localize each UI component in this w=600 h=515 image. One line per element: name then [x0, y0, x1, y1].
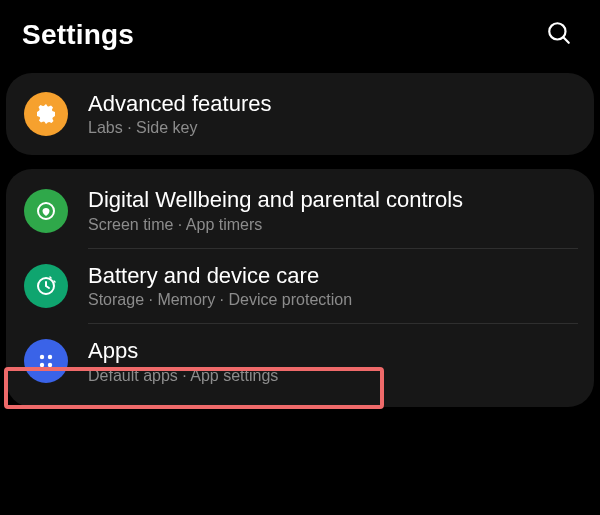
settings-header: Settings — [0, 0, 600, 67]
item-text: Advanced features Labs · Side key — [88, 91, 271, 137]
svg-point-6 — [40, 363, 44, 367]
item-subtitle: Screen time · App timers — [88, 216, 463, 234]
wellbeing-icon — [24, 189, 68, 233]
search-icon — [546, 34, 572, 49]
item-title: Advanced features — [88, 91, 271, 117]
item-title: Digital Wellbeing and parental controls — [88, 187, 463, 213]
item-subtitle: Default apps · App settings — [88, 367, 278, 385]
svg-point-7 — [48, 363, 52, 367]
settings-item-digital-wellbeing[interactable]: Digital Wellbeing and parental controls … — [6, 173, 594, 247]
settings-group: Advanced features Labs · Side key — [6, 73, 594, 155]
item-text: Apps Default apps · App settings — [88, 338, 278, 384]
item-text: Digital Wellbeing and parental controls … — [88, 187, 463, 233]
battery-care-icon — [24, 264, 68, 308]
apps-icon — [24, 339, 68, 383]
settings-group: Digital Wellbeing and parental controls … — [6, 169, 594, 406]
settings-item-apps[interactable]: Apps Default apps · App settings — [6, 324, 594, 402]
item-subtitle: Labs · Side key — [88, 119, 271, 137]
svg-point-4 — [40, 355, 44, 359]
settings-item-advanced-features[interactable]: Advanced features Labs · Side key — [6, 77, 594, 151]
svg-point-5 — [48, 355, 52, 359]
item-text: Battery and device care Storage · Memory… — [88, 263, 352, 309]
search-button[interactable] — [540, 14, 578, 55]
item-title: Battery and device care — [88, 263, 352, 289]
item-subtitle: Storage · Memory · Device protection — [88, 291, 352, 309]
page-title: Settings — [22, 19, 134, 51]
settings-item-battery-device-care[interactable]: Battery and device care Storage · Memory… — [6, 249, 594, 323]
advanced-features-icon — [24, 92, 68, 136]
item-title: Apps — [88, 338, 278, 364]
svg-line-1 — [563, 37, 568, 42]
